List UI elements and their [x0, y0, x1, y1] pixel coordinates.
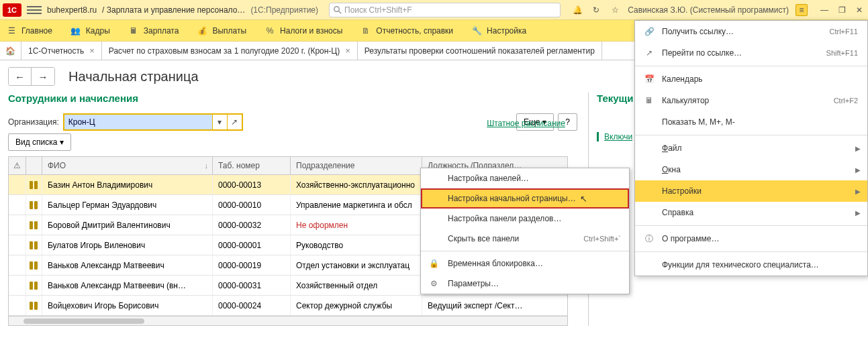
col-kind[interactable]	[26, 157, 42, 174]
cell-tab: 0000-00001	[213, 235, 291, 255]
section-zarplata-label: Зарплата	[144, 26, 179, 36]
close-icon[interactable]: ✕	[853, 4, 865, 16]
section-zarplata[interactable]: 🖩Зарплата	[128, 25, 179, 37]
nav-fwd-button[interactable]: →	[32, 68, 54, 85]
cell-warn	[9, 195, 26, 215]
table-row[interactable]: Войцехович Игорь Борисович0000-00024Сект…	[9, 296, 567, 316]
calc-icon: 🖩	[128, 25, 140, 37]
tab-close-icon[interactable]: ×	[345, 46, 350, 56]
mm-help[interactable]: Справка▶	[635, 202, 867, 223]
home-icon: ☰	[5, 25, 17, 37]
mm-calendar[interactable]: 📅Календарь	[635, 68, 867, 90]
mm-shortcut: Ctrl+F2	[834, 97, 858, 105]
right-section-title: Текущи	[597, 93, 634, 104]
mm-file[interactable]: Файл▶	[635, 137, 867, 159]
cell-fio: Базин Антон Владимирович	[42, 175, 213, 194]
mm-settings[interactable]: Настройки▶	[635, 180, 867, 202]
ctx-shortcut: Ctrl+Shift+`	[583, 235, 621, 243]
user-name[interactable]: Савинская З.Ю. (Системный программист)	[628, 5, 789, 15]
history-icon[interactable]: ↻	[590, 4, 602, 16]
mm-separator	[635, 66, 867, 66]
org-dropdown-icon[interactable]: ▾	[212, 115, 227, 129]
org-input[interactable]	[64, 115, 212, 129]
mm-windows[interactable]: Окна▶	[635, 159, 867, 180]
col-fio[interactable]: ФИО↓	[42, 157, 213, 174]
mm-separator	[635, 251, 867, 252]
mm-label: Настройки	[662, 186, 702, 196]
cell-warn	[9, 296, 26, 315]
cell-pos: Ведущий эксперт /Сект…	[422, 296, 567, 315]
cell-fio: Боровой Дмитрий Валентинович	[42, 215, 213, 235]
staff-schedule-link[interactable]: Штатное расписание	[487, 119, 565, 128]
svg-line-1	[339, 11, 342, 13]
tab-1c-otchetnost[interactable]: 1С-Отчетность×	[21, 42, 102, 60]
mm-get-link[interactable]: 🔗Получить ссылку…Ctrl+F11	[635, 21, 867, 42]
col-tab[interactable]: Таб. номер	[213, 157, 291, 174]
section-kadry[interactable]: 👥Кадры	[70, 25, 110, 37]
people-icon: 👥	[70, 25, 82, 37]
tab-raschet[interactable]: Расчет по страховым взносам за 1 полугод…	[102, 42, 358, 60]
wrench-icon: 🔧	[471, 25, 483, 37]
title-site: buhexpert8.ru	[47, 5, 97, 15]
section-main[interactable]: ☰Главное	[5, 25, 52, 37]
ctx-start-page-setup[interactable]: Настройка начальной страницы…↖	[421, 188, 629, 209]
section-nastroi-label: Настройка	[487, 26, 526, 36]
mm-goto-link[interactable]: ↗Перейти по ссылке…Shift+F11	[635, 42, 867, 64]
nav-back-button[interactable]: ←	[9, 68, 32, 85]
mm-show-m[interactable]: Показать M, M+, M-	[635, 111, 867, 133]
view-list-label: Вид списка	[15, 137, 57, 147]
star-icon[interactable]: ☆	[609, 4, 621, 16]
col-warning[interactable]: ⚠	[9, 157, 26, 174]
home-tab[interactable]: 🏠	[0, 42, 21, 60]
cell-tab: 0000-00013	[213, 175, 291, 194]
org-open-icon[interactable]: ↗	[227, 115, 242, 129]
cell-dept: Хозяйственно-эксплуатационно	[291, 175, 422, 194]
mm-label: Калькулятор	[662, 96, 709, 105]
tab-label: Расчет по страховым взносам за 1 полугод…	[109, 46, 340, 56]
cell-tab: 0000-00031	[213, 276, 291, 295]
mm-about[interactable]: ⓘО программе…	[635, 228, 867, 249]
ctx-parameters[interactable]: ⚙Параметры…	[421, 274, 629, 294]
bell-icon[interactable]: 🔔	[571, 4, 583, 16]
money-icon: 💰	[196, 25, 208, 37]
logo-1c: 1C	[3, 3, 21, 17]
section-nastroi[interactable]: 🔧Настройка	[471, 25, 526, 37]
chevron-right-icon: ▶	[855, 188, 861, 195]
ctx-sections-panel-setup[interactable]: Настройка панели разделов…	[421, 209, 629, 229]
ctx-separator	[421, 251, 629, 251]
section-vyplaty-label: Выплаты	[212, 26, 246, 36]
mm-label: Справка	[662, 208, 693, 217]
minimize-icon[interactable]: —	[818, 4, 830, 16]
hamburger-icon[interactable]	[27, 3, 42, 17]
tab-results[interactable]: Результаты проверки соотношений показате…	[358, 42, 602, 60]
search-placeholder: Поиск Ctrl+Shift+F	[344, 5, 412, 15]
mm-label: Календарь	[662, 74, 703, 84]
org-combo[interactable]: ▾ ↗	[63, 113, 243, 131]
title-mode: (1С:Предприятие)	[250, 5, 318, 15]
col-fio-label: ФИО	[48, 161, 66, 170]
mm-shortcut: Shift+F11	[826, 49, 858, 57]
section-otchet[interactable]: 🗎Отчетность, справки	[360, 25, 453, 37]
cell-fio: Бальцер Герман Эдуардович	[42, 195, 213, 215]
tab-close-icon[interactable]: ×	[89, 46, 95, 56]
col-dept[interactable]: Подразделение	[291, 157, 422, 174]
section-vyplaty[interactable]: 💰Выплаты	[196, 25, 246, 37]
mm-tech-functions[interactable]: Функции для технического специалиста…	[635, 254, 867, 276]
ctx-panels-setup[interactable]: Настройка панелей…	[421, 168, 629, 188]
svg-point-0	[334, 6, 340, 11]
mm-calculator[interactable]: 🖩КалькуляторCtrl+F2	[635, 90, 867, 111]
service-menu-button[interactable]: ≡	[795, 4, 808, 16]
include-link[interactable]: Включи	[597, 132, 632, 141]
maximize-icon[interactable]: ❐	[836, 4, 848, 16]
employee-icon	[30, 261, 39, 270]
cell-kind	[26, 195, 42, 215]
employee-icon	[30, 201, 39, 209]
ctx-hide-all-panels[interactable]: Скрыть все панелиCtrl+Shift+`	[421, 229, 629, 249]
view-list-button[interactable]: Вид списка ▾	[8, 133, 71, 151]
ctx-label: Настройка панелей…	[448, 174, 529, 183]
global-search[interactable]: Поиск Ctrl+Shift+F	[329, 3, 561, 17]
section-nalogi[interactable]: %Налоги и взносы	[264, 25, 342, 37]
ctx-temp-lock[interactable]: 🔒Временная блокировка…	[421, 253, 629, 274]
section-kadry-label: Кадры	[86, 26, 110, 36]
grid-h-scrollbar[interactable]	[9, 316, 567, 325]
